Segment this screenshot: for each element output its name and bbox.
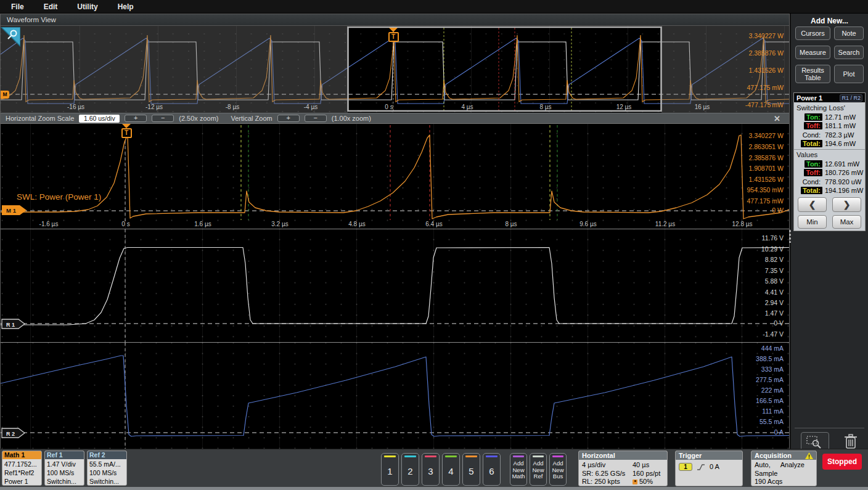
result-row: Total: 194.196 mW [796,187,862,195]
results-table-button[interactable]: Results Table [795,65,830,83]
ref2-settings-badge[interactable]: Ref 2 55.5 mA/... 100 MS/s Switchin... [87,451,127,486]
cursors-button[interactable]: Cursors [795,27,830,40]
ton-label: Ton: [805,113,822,121]
power1-body: Switching Loss' Ton: 12.71 mW Toff: 181.… [794,102,865,229]
channel-5-button[interactable]: 5 [462,453,480,486]
channel-label: 4 [443,466,459,476]
acquisition-badge[interactable]: Acquisition Auto, Analyze Sample 190 Acq… [751,451,817,486]
v-zoom-plus-button[interactable]: + [277,115,300,122]
horizontal-zoom-scale-input[interactable]: 1.60 us/div [79,115,120,123]
chevron-right-icon: ❯ [843,200,851,210]
trash-button[interactable] [843,433,859,450]
horizontal-zoom-scale-label: Horizontal Zoom Scale [6,115,74,122]
total-value: 194.6 mW [822,140,856,147]
note-button[interactable]: Note [834,27,864,40]
result-row: Toff: 181.1 mW [796,122,862,131]
ref1-panel[interactable]: 11.76 V 10.29 V 8.82 V 7.35 V 5.88 V 4.4… [1,229,789,342]
horizontal-position-icon [633,480,637,484]
math1-line: 477.1752... [4,460,39,468]
measure-button[interactable]: Measure [795,46,830,59]
horizontal-badge[interactable]: Horizontal 4 µs/div 40 µs SR: 6.25 GS/s … [578,451,668,486]
ref2-line: 55.5 mA/... [89,460,125,468]
add-new-ref-button[interactable]: Add New Ref [530,453,547,486]
ref1-plot [1,229,789,342]
zoom-select-icon [806,435,824,449]
max-button[interactable]: Max [832,215,861,229]
acquisition-title: Acquisition [755,451,792,460]
channel-color-stripe [486,455,497,457]
trash-icon [843,433,859,450]
min-button[interactable]: Min [798,215,827,229]
math1-settings-badge[interactable]: Math 1 477.1752... Ref1*Ref2 Power 1 [2,451,42,486]
h-zoom-plus-button[interactable]: + [125,115,147,122]
add-new-math-button[interactable]: Add New Math [510,453,527,486]
plot-button[interactable]: Plot [834,65,864,83]
channel-2-button[interactable]: 2 [401,453,419,486]
trigger-badge[interactable]: Trigger 1 0 A [675,451,743,486]
channel-4-button[interactable]: 4 [442,453,460,486]
channel-color-stripe [465,455,477,457]
overview-dim-left [1,26,348,113]
channel-3-button[interactable]: 3 [422,453,440,486]
cond-value: 782.3 µW [822,131,854,139]
add-new-math-label: Add New Math [510,460,526,480]
ref1-line: Switchin... [47,477,82,486]
ref2-badge[interactable]: R 2 [1,428,26,438]
stopped-button[interactable]: Stopped [822,454,862,470]
math1-line: Ref1*Ref2 [4,468,39,477]
channel-color-stripe [425,455,436,457]
overview-dim-right [661,26,789,113]
settings-bar: Math 1 477.1752... Ref1*Ref2 Power 1 Ref… [0,449,868,490]
channel-1-button[interactable]: 1 [381,453,399,486]
record-length: RL: 250 kpts [582,478,633,486]
menu-edit[interactable]: Edit [44,2,58,11]
oscilloscope-app: { "menu": { "items": ["File", "Edit", "U… [0,0,868,490]
menu-file[interactable]: File [11,2,24,11]
trigger-marker[interactable]: T [387,28,399,42]
add-new-ref-label: Add New Ref [530,460,546,480]
trigger-source-chip: 1 [679,463,692,471]
math1-badge[interactable]: M 1 [1,205,27,216]
sample-interval: 160 ps/pt [633,470,664,478]
ref2-line: Switchin... [89,477,125,486]
zoom-overlay-icon[interactable] [1,27,20,47]
ref1-badge[interactable]: R 1 [1,319,26,329]
horizontal-title: Horizontal [582,451,615,460]
channel-label: 6 [483,466,500,476]
overview-panel[interactable]: 3.340227 W 2.385876 W 1.431526 W 477.175… [1,26,789,113]
overview-math-badge[interactable]: M [1,91,9,99]
power1-header[interactable]: Power 1 R1 / R2 [794,93,865,102]
trigger-t-icon: T [121,128,132,138]
channel-label: 2 [402,466,419,476]
add-new-bus-label: Add New Bus [550,460,566,480]
menu-help[interactable]: Help [118,2,134,11]
previous-button[interactable]: ❮ [798,197,827,212]
power-trace-label: SWL: Power (Power 1) [17,192,101,202]
ref1-line: 1.47 V/div [47,460,82,468]
add-new-bus-button[interactable]: Add New Bus [549,453,567,486]
v-zoom-factor: (1.00x zoom) [332,115,371,122]
result-row: Cond: 778.920 uW [796,178,862,186]
divider [794,149,865,150]
sample-rate: SR: 6.25 GS/s [582,470,633,478]
power1-results-panel[interactable]: Power 1 R1 / R2 Switching Loss' Ton: 12.… [793,92,866,231]
ref1-line: 100 MS/s [47,468,82,477]
power1-sources-badge: R1 / R2 [840,94,862,102]
toff-label: Toff: [804,122,822,129]
channel-6-button[interactable]: 6 [483,453,501,486]
close-icon[interactable]: ✕ [774,114,784,123]
power-zoom-panel[interactable]: 3.340227 W 2.863051 W 2.385876 W 1.90870… [1,123,789,229]
next-button[interactable]: ❯ [832,197,861,212]
vertical-zoom-label: Vertical Zoom [231,115,272,122]
v-zoom-minus-button[interactable]: − [305,115,327,122]
ref2-panel[interactable]: 444 mA 388.5 mA 333 mA 277.5 mA 222 mA 1… [1,342,789,449]
bus-color-stripe [552,455,563,457]
channel-color-stripe [445,455,457,457]
h-zoom-minus-button[interactable]: − [152,115,174,122]
trigger-marker-zoom[interactable]: T [120,124,133,138]
ref1-settings-badge[interactable]: Ref 1 1.47 V/div 100 MS/s Switchin... [44,451,84,486]
acquisition-sample: Sample [755,470,813,478]
menu-utility[interactable]: Utility [77,2,97,11]
search-button[interactable]: Search [834,46,864,59]
ref1-badge-label: R 1 [6,322,15,328]
